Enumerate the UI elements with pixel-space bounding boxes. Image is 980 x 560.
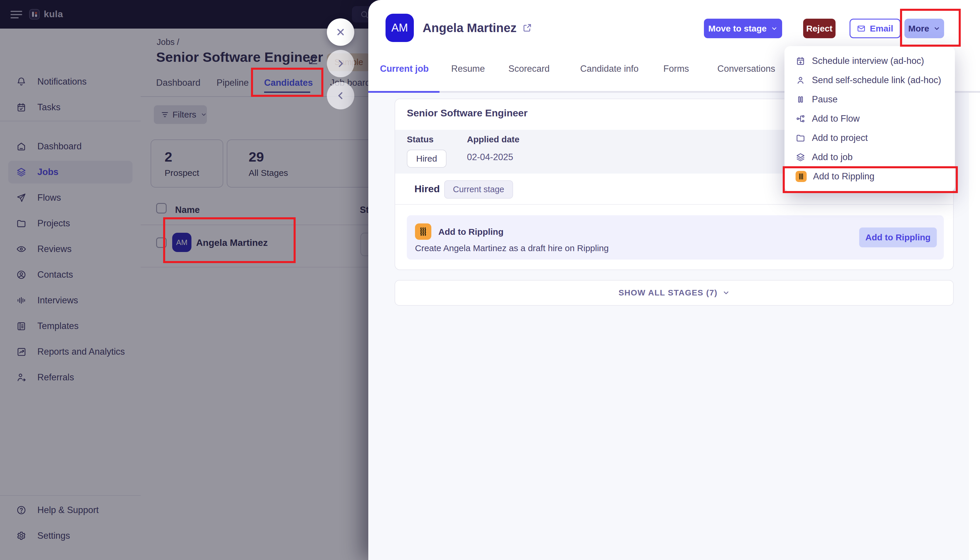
rippling-icon [796, 171, 806, 182]
more-label: More [908, 23, 929, 33]
tab-resume[interactable]: Resume [451, 63, 485, 74]
reject-label: Reject [806, 23, 832, 33]
tab-scorecard[interactable]: Scorecard [508, 63, 549, 74]
user-icon [796, 75, 805, 85]
more-dropdown-menu: Schedule interview (ad-hoc)Send self-sch… [785, 46, 955, 192]
email-label: Email [870, 23, 893, 33]
tab-conversations[interactable]: Conversations [717, 63, 775, 74]
email-button[interactable]: Email [850, 19, 901, 38]
flow-icon [796, 114, 805, 124]
close-icon [336, 27, 346, 37]
stage-name: Hired [414, 183, 440, 195]
job-card-title: Senior Software Engineer [407, 107, 528, 119]
applied-date-label: Applied date [467, 135, 519, 144]
rippling-icon [415, 223, 431, 240]
close-button[interactable] [327, 18, 354, 46]
banner-subtitle: Create Angela Martinez as a draft hire o… [415, 243, 609, 253]
rippling-banner: Add to Rippling Create Angela Martinez a… [407, 215, 944, 260]
tab-current-job[interactable]: Current job [380, 63, 429, 74]
move-to-stage-button[interactable]: Move to stage [704, 19, 782, 38]
tab-forms[interactable]: Forms [663, 63, 689, 74]
folder-icon [796, 133, 805, 143]
calendar-plus-icon [796, 56, 805, 66]
show-all-stages-button[interactable]: SHOW ALL STAGES (7) [394, 280, 954, 306]
chevron-left-icon [336, 91, 346, 101]
next-candidate-button[interactable] [327, 50, 354, 77]
add-to-rippling-button[interactable]: Add to Rippling [859, 228, 937, 247]
chevron-down-icon [722, 289, 730, 297]
chevron-right-icon [336, 58, 346, 68]
candidate-name: Angela Martinez [422, 21, 517, 35]
envelope-icon [857, 24, 866, 33]
pause-icon [796, 95, 805, 104]
layers-icon [796, 152, 805, 162]
external-link-icon[interactable] [523, 23, 532, 33]
menu-item-add-to-rippling[interactable]: Add to Rippling [785, 167, 955, 186]
menu-item-add-to-project[interactable]: Add to project [785, 128, 955, 148]
modal-backdrop[interactable] [0, 0, 368, 560]
show-all-stages-label: SHOW ALL STAGES (7) [618, 288, 717, 298]
menu-item-send-self-schedule-link-ad-hoc-[interactable]: Send self-schedule link (ad-hoc) [785, 71, 955, 90]
menu-item-schedule-interview-ad-hoc-[interactable]: Schedule interview (ad-hoc) [785, 51, 955, 71]
previous-candidate-button[interactable] [327, 82, 354, 109]
avatar: AM [386, 14, 414, 42]
chevron-down-icon [933, 25, 940, 32]
reject-button[interactable]: Reject [803, 19, 836, 38]
move-to-stage-label: Move to stage [708, 23, 767, 33]
more-button[interactable]: More [905, 19, 944, 38]
menu-item-add-to-flow[interactable]: Add to Flow [785, 109, 955, 128]
banner-title: Add to Rippling [438, 227, 503, 237]
menu-item-add-to-job[interactable]: Add to job [785, 148, 955, 167]
tab-candidate-info[interactable]: Candidate info [580, 63, 639, 74]
current-stage-badge: Current stage [444, 180, 513, 198]
status-badge: Hired [407, 150, 446, 168]
applied-date-value: 02-04-2025 [467, 152, 513, 162]
menu-item-pause[interactable]: Pause [785, 90, 955, 109]
status-label: Status [407, 135, 434, 144]
chevron-down-icon [771, 25, 778, 32]
